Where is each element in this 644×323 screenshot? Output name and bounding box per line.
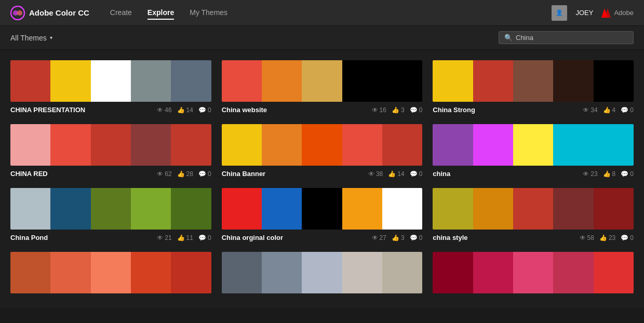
all-themes-filter[interactable]: All Themes ▾ bbox=[10, 34, 52, 42]
theme-name: CHINA PRESENTATION bbox=[10, 106, 85, 114]
theme-stats: 👁 38 👍 14 💬 0 bbox=[368, 170, 422, 178]
swatch-color bbox=[342, 252, 382, 293]
eye-icon: 👁 bbox=[372, 106, 378, 114]
swatch-color bbox=[50, 188, 90, 230]
theme-stats: 👁 16 👍 3 💬 0 bbox=[372, 106, 423, 114]
likes-count: 14 bbox=[397, 170, 404, 178]
theme-info: china style 👁 58 👍 23 💬 0 bbox=[433, 234, 634, 241]
swatch-color bbox=[342, 60, 382, 102]
theme-name: China website bbox=[222, 106, 267, 114]
theme-stats: 👁 34 👍 4 💬 0 bbox=[583, 106, 634, 114]
swatch-color bbox=[594, 252, 634, 293]
eye-icon: 👁 bbox=[157, 106, 163, 114]
nav-create[interactable]: Create bbox=[110, 6, 132, 20]
swatch-color bbox=[222, 124, 262, 166]
swatch-color bbox=[302, 60, 342, 102]
likes-stat: 👍 14 bbox=[177, 106, 193, 114]
thumbs-up-icon: 👍 bbox=[177, 234, 185, 241]
thumbs-up-icon: 👍 bbox=[603, 106, 611, 114]
theme-card[interactable] bbox=[10, 252, 211, 298]
swatch-color bbox=[10, 60, 50, 102]
likes-count: 11 bbox=[186, 234, 193, 241]
likes-count: 14 bbox=[186, 106, 193, 114]
theme-card[interactable]: China Banner 👁 38 👍 14 💬 0 bbox=[222, 124, 423, 178]
likes-count: 28 bbox=[186, 170, 193, 178]
theme-stats: 👁 27 👍 3 💬 0 bbox=[372, 234, 423, 241]
comment-icon: 💬 bbox=[410, 170, 418, 178]
theme-name: China Pond bbox=[10, 234, 48, 241]
eye-icon: 👁 bbox=[583, 170, 589, 178]
eye-icon: 👁 bbox=[583, 106, 589, 114]
comments-count: 0 bbox=[419, 170, 423, 178]
swatch-color bbox=[131, 188, 171, 230]
comments-count: 0 bbox=[208, 234, 211, 241]
nav-explore[interactable]: Explore bbox=[147, 6, 174, 20]
comments-count: 0 bbox=[630, 106, 634, 114]
theme-swatch bbox=[433, 60, 634, 102]
theme-card[interactable] bbox=[222, 252, 423, 298]
swatch-color bbox=[513, 188, 553, 230]
logo-area: Adobe Color CC bbox=[10, 6, 89, 20]
likes-count: 8 bbox=[612, 170, 616, 178]
comments-stat: 💬 0 bbox=[410, 170, 423, 178]
theme-info: china 👁 23 👍 8 💬 0 bbox=[433, 170, 634, 178]
swatch-color bbox=[131, 60, 171, 102]
swatch-color bbox=[262, 124, 302, 166]
swatch-color bbox=[91, 60, 131, 102]
theme-card[interactable]: China Pond 👁 21 👍 11 💬 0 bbox=[10, 188, 211, 241]
theme-card[interactable]: China Strong 👁 34 👍 4 💬 0 bbox=[433, 60, 634, 114]
theme-swatch bbox=[10, 252, 211, 293]
swatch-color bbox=[382, 188, 422, 230]
theme-swatch bbox=[10, 124, 211, 166]
theme-card[interactable]: china style 👁 58 👍 23 💬 0 bbox=[433, 188, 634, 241]
nav-my-themes[interactable]: My Themes bbox=[190, 6, 227, 20]
swatch-color bbox=[433, 124, 473, 166]
swatch-color bbox=[302, 252, 342, 293]
svg-point-2 bbox=[17, 10, 22, 16]
theme-stats: 👁 46 👍 14 💬 0 bbox=[157, 106, 211, 114]
swatch-color bbox=[553, 124, 593, 166]
theme-swatch bbox=[222, 60, 423, 102]
comment-icon: 💬 bbox=[621, 234, 628, 241]
comments-stat: 💬 0 bbox=[621, 234, 634, 241]
views-count: 38 bbox=[376, 170, 383, 178]
swatch-color bbox=[382, 60, 422, 102]
search-container: 🔍 bbox=[499, 31, 634, 44]
swatch-color bbox=[513, 252, 553, 293]
theme-name: china bbox=[433, 170, 450, 178]
search-input[interactable] bbox=[516, 34, 628, 42]
sub-header: All Themes ▾ 🔍 bbox=[0, 26, 644, 50]
themes-grid: CHINA PRESENTATION 👁 46 👍 14 💬 0 China w… bbox=[10, 60, 634, 298]
theme-info: China website 👁 16 👍 3 💬 0 bbox=[222, 106, 423, 114]
swatch-color bbox=[262, 252, 302, 293]
theme-info: China Strong 👁 34 👍 4 💬 0 bbox=[433, 106, 634, 114]
likes-stat: 👍 8 bbox=[603, 170, 616, 178]
theme-card[interactable]: China website 👁 16 👍 3 💬 0 bbox=[222, 60, 423, 114]
swatch-color bbox=[553, 252, 593, 293]
likes-count: 4 bbox=[612, 106, 616, 114]
comments-count: 0 bbox=[208, 106, 211, 114]
theme-swatch bbox=[433, 188, 634, 230]
swatch-color bbox=[433, 60, 473, 102]
theme-swatch bbox=[10, 60, 211, 102]
theme-card[interactable]: China orginal color 👁 27 👍 3 💬 0 bbox=[222, 188, 423, 241]
thumbs-up-icon: 👍 bbox=[392, 106, 399, 114]
views-stat: 👁 27 bbox=[372, 234, 386, 241]
views-count: 16 bbox=[380, 106, 386, 114]
thumbs-up-icon: 👍 bbox=[603, 170, 611, 178]
theme-card[interactable]: CHINA RED 👁 62 👍 28 💬 0 bbox=[10, 124, 211, 178]
thumbs-up-icon: 👍 bbox=[392, 234, 399, 241]
theme-card[interactable]: CHINA PRESENTATION 👁 46 👍 14 💬 0 bbox=[10, 60, 211, 114]
main-content: CHINA PRESENTATION 👁 46 👍 14 💬 0 China w… bbox=[0, 50, 644, 308]
app-title: Adobe Color CC bbox=[29, 8, 89, 17]
comments-count: 0 bbox=[208, 170, 211, 178]
swatch-color bbox=[10, 124, 50, 166]
theme-card[interactable] bbox=[433, 252, 634, 298]
swatch-color bbox=[91, 124, 131, 166]
theme-name: china style bbox=[433, 234, 467, 241]
swatch-color bbox=[433, 188, 473, 230]
comments-stat: 💬 0 bbox=[621, 106, 634, 114]
theme-swatch bbox=[222, 124, 423, 166]
theme-card[interactable]: china 👁 23 👍 8 💬 0 bbox=[433, 124, 634, 178]
comment-icon: 💬 bbox=[621, 106, 628, 114]
